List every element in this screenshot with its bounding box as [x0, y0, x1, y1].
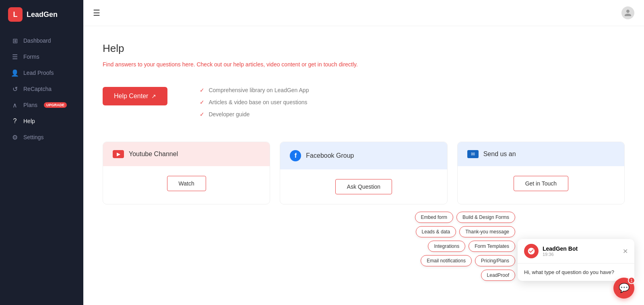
page-content: Help Find answers to your questions here…: [83, 26, 644, 221]
email-card-title: Send us an: [483, 150, 516, 158]
chip-integrations[interactable]: Integrations: [428, 241, 465, 252]
email-card-header: ✉ Send us an: [458, 142, 624, 166]
ask-question-button[interactable]: Ask Question: [335, 179, 392, 194]
facebook-card-body: Ask Question: [280, 169, 447, 204]
chat-bot-name: LeadGen Bot: [543, 245, 578, 252]
chat-bot-time: 19:36: [543, 252, 578, 257]
email-card: ✉ Send us an Get in Touch: [457, 142, 625, 204]
chat-header: LeadGen Bot 19:36 ✕: [518, 239, 634, 264]
sidebar-item-forms[interactable]: ☰ Forms: [3, 49, 80, 64]
chip-pricing-plans[interactable]: Pricing/Plans: [475, 255, 515, 266]
help-feature-label-3: Developer guide: [208, 111, 250, 117]
upgrade-badge: UPGRADE: [44, 102, 67, 108]
external-link-icon: ↗: [151, 93, 156, 99]
check-icon-1: ✓: [200, 87, 204, 93]
help-feature-3: ✓ Developer guide: [200, 111, 309, 117]
sidebar-item-plans[interactable]: ∧ Plans UPGRADE: [3, 97, 80, 113]
sidebar-item-help[interactable]: ? Help: [3, 113, 80, 129]
help-feature-2: ✓ Articles & video base on user question…: [200, 99, 309, 105]
chat-widget: LeadGen Bot 19:36 ✕ Hi, what type of que…: [518, 239, 634, 281]
chat-message: Hi, what type of question do you have?: [518, 264, 634, 281]
chip-row-1: Embed form Build & Design Forms: [415, 212, 515, 223]
dashboard-icon: ⊞: [11, 37, 19, 44]
youtube-card-title: Youtube Channel: [129, 150, 178, 158]
watch-button[interactable]: Watch: [167, 176, 206, 191]
hamburger-icon[interactable]: ☰: [93, 8, 100, 18]
help-feature-label-2: Articles & video base on user questions: [208, 99, 307, 105]
youtube-card: ▶ Youtube Channel Watch: [103, 142, 270, 204]
sidebar: L LeadGen ⊞ Dashboard ☰ Forms 👤 Lead Pro…: [0, 0, 83, 305]
chat-chips: Embed form Build & Design Forms Leads & …: [415, 212, 515, 281]
sidebar-label-dashboard: Dashboard: [23, 37, 51, 44]
sidebar-label-help: Help: [23, 118, 35, 124]
help-center-button[interactable]: Help Center ↗: [103, 87, 167, 105]
page-title: Help: [103, 42, 625, 55]
sidebar-nav: ⊞ Dashboard ☰ Forms 👤 Lead Proofs ↺ ReCa…: [0, 29, 83, 149]
user-avatar[interactable]: [621, 6, 634, 19]
facebook-icon: f: [290, 150, 301, 161]
facebook-card-title: Facebook Group: [306, 152, 354, 159]
get-in-touch-button[interactable]: Get in Touch: [514, 176, 568, 191]
chat-bubble-icon: 💬: [619, 283, 630, 293]
email-icon: ✉: [467, 150, 479, 158]
sidebar-label-plans: Plans: [23, 102, 37, 108]
chip-leads-data[interactable]: Leads & data: [416, 226, 456, 237]
chip-email-notifications[interactable]: Email notifications: [421, 255, 472, 266]
sidebar-label-settings: Settings: [23, 134, 44, 140]
youtube-icon: ▶: [113, 150, 124, 158]
logo[interactable]: L LeadGen: [0, 0, 83, 29]
sidebar-item-dashboard[interactable]: ⊞ Dashboard: [3, 33, 80, 48]
check-icon-3: ✓: [200, 111, 204, 117]
help-feature-1: ✓ Comprehensive library on LeadGen App: [200, 87, 309, 93]
lead-proofs-icon: 👤: [11, 69, 19, 76]
chat-bot-avatar: [524, 244, 539, 258]
chip-row-4: Email notifications Pricing/Plans: [421, 255, 515, 266]
chip-form-templates[interactable]: Form Templates: [469, 241, 515, 252]
check-icon-2: ✓: [200, 99, 204, 105]
chip-row-3: Integrations Form Templates: [428, 241, 515, 252]
sidebar-label-forms: Forms: [23, 54, 39, 60]
sidebar-item-settings[interactable]: ⚙ Settings: [3, 130, 80, 145]
help-icon: ?: [11, 117, 19, 125]
recaptcha-icon: ↺: [11, 85, 19, 93]
settings-icon: ⚙: [11, 134, 19, 141]
facebook-card-header: f Facebook Group: [280, 142, 447, 169]
chat-bot-details: LeadGen Bot 19:36: [543, 245, 578, 257]
help-center-section: Help Center ↗ ✓ Comprehensive library on…: [103, 87, 625, 117]
sidebar-item-lead-proofs[interactable]: 👤 Lead Proofs: [3, 65, 80, 80]
chat-bubble-button[interactable]: 💬 1: [613, 278, 634, 299]
help-features-list: ✓ Comprehensive library on LeadGen App ✓…: [200, 87, 309, 117]
chip-thankyou[interactable]: Thank-you message: [459, 226, 515, 237]
chip-row-5: LeadProof: [481, 270, 515, 281]
youtube-card-body: Watch: [103, 166, 270, 201]
youtube-card-header: ▶ Youtube Channel: [103, 142, 270, 166]
page-subtitle: Find answers to your questions here. Che…: [103, 61, 625, 68]
chip-embed-form[interactable]: Embed form: [415, 212, 453, 223]
email-card-body: Get in Touch: [458, 166, 624, 201]
forms-icon: ☰: [11, 53, 19, 60]
chip-row-2: Leads & data Thank-you message: [416, 226, 515, 237]
logo-text: LeadGen: [27, 10, 58, 19]
cards-row: ▶ Youtube Channel Watch f Facebook Group…: [103, 142, 625, 204]
sidebar-item-recaptcha[interactable]: ↺ ReCaptcha: [3, 81, 80, 97]
chat-bubble-badge: 1: [628, 277, 635, 284]
chip-leadproof[interactable]: LeadProof: [481, 270, 515, 281]
sidebar-label-lead-proofs: Lead Proofs: [23, 70, 54, 76]
plans-icon: ∧: [11, 101, 19, 109]
help-center-label: Help Center: [114, 93, 148, 100]
help-feature-label-1: Comprehensive library on LeadGen App: [208, 87, 309, 93]
chat-bot-info: LeadGen Bot 19:36: [524, 244, 578, 258]
chip-build-design[interactable]: Build & Design Forms: [456, 212, 515, 223]
chat-close-icon[interactable]: ✕: [623, 247, 628, 255]
sidebar-label-recaptcha: ReCaptcha: [23, 86, 52, 92]
topbar: ☰: [83, 0, 644, 26]
facebook-card: f Facebook Group Ask Question: [280, 142, 447, 204]
logo-icon: L: [8, 7, 23, 22]
